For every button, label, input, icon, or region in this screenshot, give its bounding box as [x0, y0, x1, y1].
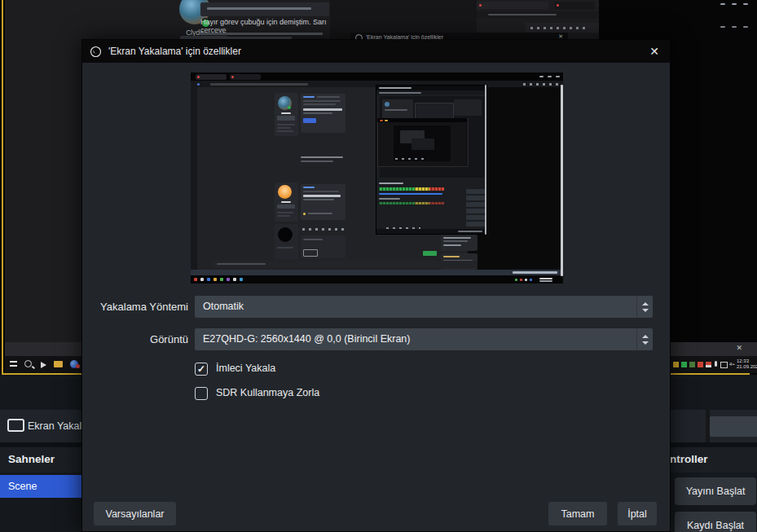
- display-select[interactable]: E27QHD-G: 2560x1440 @ 0,0 (Birincil Ekra…: [195, 328, 653, 350]
- folder-icon[interactable]: [54, 361, 63, 367]
- pv-message-bar: [212, 261, 478, 268]
- screen-capture-icon: [7, 419, 24, 432]
- pv-statusbar: [191, 270, 563, 275]
- chat-line: [200, 33, 323, 35]
- defaults-button[interactable]: Varsayılanlar: [94, 502, 176, 525]
- capture-preview: [191, 73, 563, 284]
- pv-format-toolbar: [302, 228, 345, 231]
- spinner-down-icon[interactable]: [642, 341, 649, 345]
- tray-clock[interactable]: 12:33 21.09.2023: [737, 358, 757, 370]
- spinner-down-icon[interactable]: [642, 309, 649, 312]
- capture-method-label: Yakalama Yöntemi: [82, 296, 188, 319]
- capture-method-value: Otomatik: [203, 301, 244, 312]
- screen: Clyde Hayır görev çubuğu için demiştim. …: [0, 0, 757, 532]
- pv-nested-obs: [376, 85, 487, 235]
- background-combo[interactable]: [710, 416, 757, 437]
- pv-winctl: [556, 76, 560, 77]
- capture-method-select[interactable]: Otomatik: [195, 296, 653, 318]
- notification-badge: [76, 364, 80, 368]
- pv-winctl: [548, 76, 552, 77]
- mic-icon[interactable]: [715, 361, 717, 367]
- pv-right-edge: [561, 85, 563, 276]
- close-icon[interactable]: [743, 3, 748, 5]
- search-icon-handle: [32, 366, 35, 369]
- display-label: Görüntü: [82, 328, 188, 351]
- scenes-dock-title: Sahneler: [8, 453, 55, 465]
- band-close-icon[interactable]: ✕: [736, 344, 742, 352]
- spinner[interactable]: [636, 328, 653, 350]
- pv-green-button: [423, 251, 437, 256]
- properties-dialog: 'Ekran Yakalama' için özellikler ✕: [81, 39, 671, 532]
- minimize-icon[interactable]: [720, 3, 725, 5]
- task-view-icon[interactable]: [41, 362, 46, 368]
- start-recording-button[interactable]: Kaydı Başlat: [675, 512, 756, 532]
- force-sdr-checkbox[interactable]: [195, 387, 208, 400]
- pv-profile-card: [275, 182, 298, 222]
- pv-chat-card: [301, 184, 345, 220]
- dialog-title: 'Ekran Yakalama' için özellikler: [108, 46, 241, 57]
- pv-profile-card: [275, 224, 298, 260]
- tray-time: 12:33: [737, 358, 757, 364]
- tray-icon[interactable]: [698, 362, 703, 367]
- pv-chat-line: [301, 156, 343, 158]
- pv-discord-rail: [191, 87, 197, 276]
- dialog-titlebar[interactable]: 'Ekran Yakalama' için özellikler ✕: [82, 40, 670, 63]
- pv-tab: [196, 74, 227, 80]
- force-sdr-row: SDR Kullanmaya Zorla: [195, 386, 319, 400]
- browser-addressbar[interactable]: [477, 11, 599, 19]
- pc-icon[interactable]: [720, 362, 728, 368]
- pv-reply-box: [301, 235, 345, 258]
- cancel-button[interactable]: İptal: [618, 502, 657, 525]
- tray-glyph: 4⌁: [729, 361, 735, 367]
- ok-button[interactable]: Tamam: [548, 502, 607, 525]
- capture-cursor-label: İmleci Yakala: [216, 362, 275, 376]
- tray-date: 21.09.2023: [737, 364, 757, 370]
- pv-winctl: [539, 76, 544, 77]
- force-sdr-label: SDR Kullanmaya Zorla: [216, 386, 319, 400]
- decor-dash: [732, 26, 737, 28]
- display-value: E27QHD-G: 2560x1440 @ 0,0 (Birincil Ekra…: [203, 333, 410, 345]
- preview-frame-left[interactable]: [2, 0, 3, 375]
- flag-icon-lower: [706, 365, 711, 368]
- capture-cursor-checkbox[interactable]: ✓: [195, 363, 208, 376]
- pv-profile-card: [275, 93, 298, 136]
- pv-taskbar: [191, 275, 563, 284]
- capture-cursor-row: ✓ İmleci Yakala: [195, 362, 275, 376]
- tray-icon[interactable]: [681, 362, 687, 367]
- start-streaming-button[interactable]: Yayını Başlat: [675, 477, 756, 505]
- spinner[interactable]: [636, 296, 653, 318]
- pv-tab: [230, 74, 261, 80]
- chat-message: Hayır görev çubuğu için demiştim. Sarı ç…: [200, 18, 331, 34]
- browser-tab[interactable]: [554, 2, 595, 9]
- tray-icon[interactable]: [689, 362, 695, 367]
- pv-info-card: [441, 235, 478, 251]
- browser-toolbar: [526, 23, 599, 33]
- spinner-up-icon[interactable]: [642, 335, 649, 338]
- pv-chat-card: [301, 94, 345, 133]
- check-icon: ✓: [197, 363, 205, 375]
- browser-tab[interactable]: [477, 2, 548, 9]
- obs-logo-icon: [90, 46, 102, 58]
- chat-quote-card: [200, 2, 329, 16]
- maximize-icon[interactable]: [732, 3, 737, 5]
- spinner-up-icon[interactable]: [642, 302, 649, 306]
- start-menu-icon[interactable]: [10, 361, 17, 367]
- decor-dash: [743, 26, 748, 28]
- tray-icon[interactable]: [673, 362, 679, 367]
- pv-chat-line: [301, 160, 333, 162]
- dialog-close-icon[interactable]: ✕: [644, 42, 665, 60]
- pv-scrollbar[interactable]: [485, 85, 486, 235]
- decor-dash: [720, 26, 725, 28]
